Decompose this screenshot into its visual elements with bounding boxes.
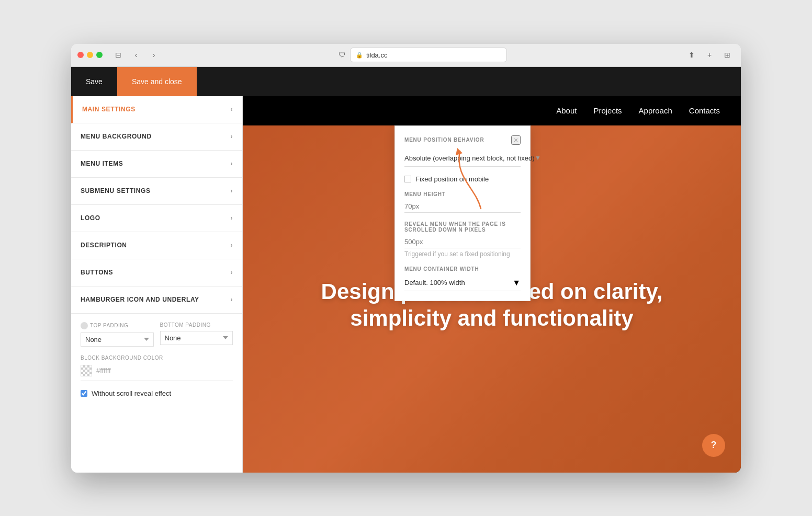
color-picker-button[interactable]	[81, 365, 92, 376]
reveal-hint: Triggered if you set a fixed positioning	[404, 250, 521, 258]
popup-fixed-mobile-row: Fixed position on mobile	[404, 175, 521, 183]
fixed-mobile-label: Fixed position on mobile	[415, 175, 489, 183]
forward-button[interactable]: ›	[146, 48, 161, 62]
minimize-traffic-light[interactable]	[87, 52, 93, 58]
padding-row: TOP PADDING None Small Medium Large BOTT…	[81, 322, 233, 347]
padding-icon	[81, 322, 88, 329]
sidebar-item-label: MENU BACKGROUND	[81, 133, 152, 140]
reveal-pixels-input[interactable]	[404, 236, 521, 248]
chevron-right-icon: ›	[230, 296, 233, 303]
chevron-right-icon: ›	[230, 214, 233, 222]
scroll-reveal-row: Without scroll reveal effect	[81, 389, 233, 397]
sidebar-item-logo[interactable]: LOGO ›	[71, 205, 242, 232]
bg-color-row: #ffffff	[81, 365, 233, 381]
new-tab-button[interactable]: +	[702, 48, 717, 62]
bottom-padding-group: BOTTOM PADDING None Small Medium Large	[160, 322, 233, 347]
nav-link-projects[interactable]: Projects	[593, 106, 622, 115]
close-traffic-light[interactable]	[77, 52, 84, 58]
nav-link-approach[interactable]: Approach	[639, 106, 672, 115]
browser-window: ⊟ ‹ › 🛡 🔒 tilda.cc ⬆ + ⊞ Save Save and c…	[71, 44, 741, 473]
back-button[interactable]: ‹	[129, 48, 143, 62]
address-bar[interactable]: 🔒 tilda.cc	[350, 48, 507, 62]
sidebar-item-label: LOGO	[81, 214, 100, 222]
sidebar-item-label: DESCRIPTION	[81, 242, 127, 249]
menu-height-input[interactable]	[404, 200, 521, 213]
scroll-reveal-label: Without scroll reveal effect	[92, 389, 171, 397]
tabs-button[interactable]: ⊞	[720, 48, 735, 62]
sidebar-item-buttons[interactable]: BUTTONS ›	[71, 259, 242, 286]
bg-color-label: BLOCK BACKGROUND COLOR	[81, 355, 233, 361]
top-padding-select[interactable]: None Small Medium Large	[81, 332, 154, 347]
sidebar-bottom: TOP PADDING None Small Medium Large BOTT…	[71, 314, 242, 406]
shield-icon: 🛡	[339, 51, 346, 59]
sidebar-item-description[interactable]: DESCRIPTION ›	[71, 232, 242, 259]
popup-title: MENU POSITION BEHAVIOR	[404, 137, 484, 143]
bottom-padding-select[interactable]: None Small Medium Large	[160, 331, 233, 345]
browser-controls: ⊟ ‹ ›	[111, 48, 161, 62]
popup-close-button[interactable]: ×	[511, 135, 521, 145]
container-width-select[interactable]: Default. 100% width ▼	[404, 275, 521, 291]
save-button[interactable]: Save	[71, 67, 117, 96]
help-button[interactable]: ?	[702, 434, 725, 457]
save-close-button[interactable]: Save and close	[117, 67, 197, 96]
browser-actions: ⬆ + ⊞	[684, 48, 735, 62]
scroll-reveal-checkbox[interactable]	[81, 390, 87, 397]
address-bar-container: 🛡 🔒 tilda.cc	[165, 48, 680, 62]
traffic-lights	[77, 52, 103, 58]
fixed-mobile-checkbox[interactable]	[404, 176, 411, 182]
top-padding-label: TOP PADDING	[81, 322, 154, 329]
sidebar-item-label: SUBMENU SETTINGS	[81, 187, 151, 194]
url-text: tilda.cc	[366, 51, 387, 59]
share-button[interactable]: ⬆	[684, 48, 699, 62]
bottom-padding-label: BOTTOM PADDING	[160, 322, 233, 328]
main-area: MAIN SETTINGS ‹ MENU BACKGROUND › MENU I…	[71, 96, 741, 473]
browser-chrome: ⊟ ‹ › 🛡 🔒 tilda.cc ⬆ + ⊞	[71, 44, 741, 67]
bg-color-section: BLOCK BACKGROUND COLOR #ffffff	[81, 355, 233, 381]
sidebar-item-submenu-settings[interactable]: SUBMENU SETTINGS ›	[71, 178, 242, 205]
chevron-right-icon: ›	[230, 187, 233, 194]
popup-position-select[interactable]: Absolute (overlapping next block, not fi…	[404, 152, 535, 164]
container-dropdown-arrow: ▼	[512, 278, 521, 288]
sidebar-item-label: BUTTONS	[81, 269, 113, 276]
popup-position-row: Absolute (overlapping next block, not fi…	[404, 152, 521, 167]
preview-nav: About Projects Approach Contacts	[243, 96, 741, 125]
toolbar: Save Save and close	[71, 67, 741, 96]
settings-sidebar: MAIN SETTINGS ‹ MENU BACKGROUND › MENU I…	[71, 96, 243, 473]
top-padding-group: TOP PADDING None Small Medium Large	[81, 322, 154, 347]
sidebar-item-main-settings[interactable]: MAIN SETTINGS ‹	[71, 96, 242, 123]
sidebar-item-menu-background[interactable]: MENU BACKGROUND ›	[71, 123, 242, 151]
container-value: Default. 100% width	[404, 279, 465, 286]
popup-panel: MENU POSITION BEHAVIOR × Absolute (overl…	[394, 125, 531, 301]
sidebar-toggle-button[interactable]: ⊟	[111, 48, 126, 62]
reveal-label: REVEAL MENU WHEN THE PAGE IS SCROLLED DO…	[404, 221, 521, 233]
container-width-row: MENU CONTAINER WIDTH Default. 100% width…	[404, 266, 521, 291]
sidebar-item-label: MAIN SETTINGS	[82, 106, 136, 113]
sidebar-item-label: MENU ITEMS	[81, 160, 123, 167]
sidebar-item-label: HAMBURGER ICON AND UNDERLAY	[81, 296, 199, 303]
lock-icon: 🔒	[356, 52, 363, 59]
container-label: MENU CONTAINER WIDTH	[404, 266, 521, 272]
sidebar-item-hamburger[interactable]: HAMBURGER ICON AND UNDERLAY ›	[71, 286, 242, 314]
chevron-right-icon: ›	[230, 269, 233, 276]
chevron-right-icon: ›	[230, 160, 233, 167]
color-value: #ffffff	[96, 366, 111, 374]
maximize-traffic-light[interactable]	[96, 52, 103, 58]
menu-height-label: MENU HEIGHT	[404, 191, 521, 197]
chevron-right-icon: ›	[230, 133, 233, 140]
menu-height-group: MENU HEIGHT	[404, 191, 521, 213]
nav-link-about[interactable]: About	[556, 106, 577, 115]
website-preview: About Projects Approach Contacts Design …	[243, 96, 741, 473]
nav-link-contacts[interactable]: Contacts	[689, 106, 720, 115]
reveal-pixels-group: REVEAL MENU WHEN THE PAGE IS SCROLLED DO…	[404, 221, 521, 258]
chevron-left-icon: ‹	[230, 106, 233, 113]
sidebar-item-menu-items[interactable]: MENU ITEMS ›	[71, 151, 242, 178]
chevron-right-icon: ›	[230, 242, 233, 249]
popup-header: MENU POSITION BEHAVIOR ×	[404, 135, 521, 145]
dropdown-arrow-icon: ▼	[535, 154, 541, 162]
